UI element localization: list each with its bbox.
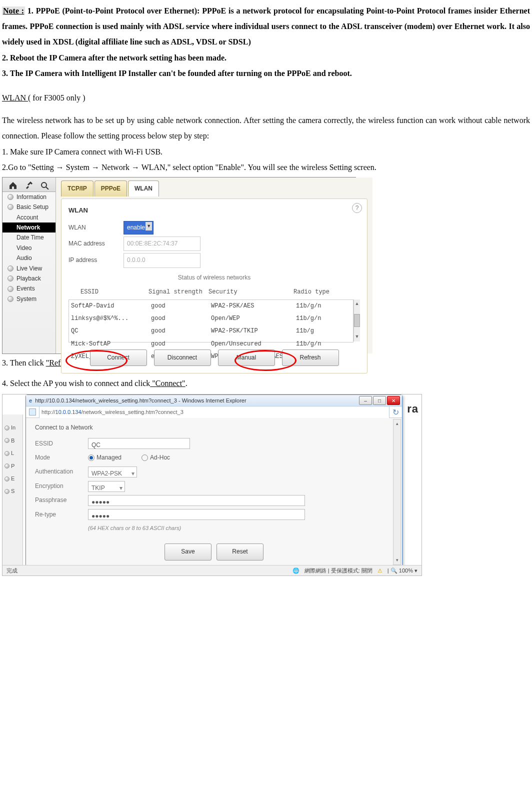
expand-icon [4, 426, 10, 430]
expand-icon [4, 451, 10, 456]
sidebar-item-audio[interactable]: Audio [2, 253, 56, 263]
note-label: Note : [2, 6, 25, 15]
refresh-addr-icon[interactable]: ↻ [392, 404, 399, 420]
wireless-status-title: Status of wireless networks [68, 272, 360, 284]
wlan-heading: WLAN ( for F3005 only ) [2, 90, 530, 106]
home-icon[interactable] [8, 180, 18, 190]
refresh-button[interactable]: Refresh [282, 350, 339, 366]
sidebar-item-video[interactable]: Video [2, 243, 56, 253]
sidebar-item-system[interactable]: System [2, 294, 56, 304]
background-sidebar: InBLPES [2, 414, 23, 566]
bg-sidebar-item: B [2, 434, 22, 447]
bg-sidebar-item: E [2, 472, 22, 485]
mode-managed-radio[interactable] [88, 454, 94, 461]
ip-value: 0.0.0.0 [124, 253, 200, 268]
network-row[interactable]: QCgoodWPA2-PSK/TKIP11b/g [69, 325, 353, 338]
status-done: 完成 [6, 566, 18, 576]
wlan-step-1: 1. Make sure IP Camera connect with Wi-F… [2, 144, 530, 160]
connect-form: ▴ ▾ Connect to a Network ESSID QC Mode M… [26, 418, 402, 566]
zoom-value[interactable]: 100% [399, 568, 413, 574]
sidebar-item-label: Live View [16, 265, 42, 272]
expand-icon [8, 194, 14, 200]
sidebar-item-playback[interactable]: Playback [2, 274, 56, 284]
scroll-down-icon[interactable]: ▾ [396, 556, 398, 565]
pass-label: Passphrase [35, 494, 88, 506]
mac-label: MAC address [68, 238, 124, 250]
help-icon[interactable]: ? [352, 203, 362, 213]
wireless-table-header: ESSID Signal strength Security Radio typ… [68, 286, 360, 299]
note-2: 2. Reboot the IP Camera after the networ… [2, 50, 530, 66]
scroll-thumb[interactable] [354, 314, 360, 327]
enc-select[interactable]: TKIP [88, 481, 125, 492]
scroll-down-icon[interactable]: ▼ [355, 332, 360, 342]
expand-icon [8, 286, 14, 292]
network-tabs: TCP/IP PPPoE WLAN [61, 180, 368, 196]
sidebar-item-label: Date Time [16, 234, 44, 241]
network-row[interactable]: SoftAP-DavidgoodWPA2-PSK/AES11b/g/n [69, 300, 353, 312]
sidebar-item-account[interactable]: Account [2, 212, 56, 222]
maximize-icon[interactable]: □ [373, 396, 386, 405]
address-input[interactable]: http://10.0.0.134/network_wireless_setti… [39, 406, 390, 418]
sidebar-item-date-time[interactable]: Date Time [2, 232, 56, 242]
expand-icon [4, 476, 10, 482]
security-icon: ⚠ [378, 566, 382, 576]
expand-icon [4, 438, 10, 443]
mode-adhoc-label: Ad-Hoc [150, 452, 170, 464]
expand-icon [8, 296, 14, 302]
save-button[interactable]: Save [164, 544, 212, 560]
bg-sidebar-item: P [2, 460, 22, 472]
expand-icon [8, 276, 14, 282]
retype-input[interactable]: ●●●●● [88, 509, 305, 520]
svg-point-0 [42, 182, 46, 188]
sidebar-item-information[interactable]: Information [2, 192, 56, 202]
note-1: Note : 1. PPPoE (Point-to-Point Protocol… [2, 3, 530, 50]
tab-tcpip[interactable]: TCP/IP [61, 180, 94, 196]
sidebar-item-label: System [16, 296, 36, 302]
wlan-panel: ? WLAN WLAN enable MAC address 00:0E:8E:… [61, 198, 368, 374]
enc-label: Encryption [35, 480, 88, 492]
manual-button[interactable]: Manual [218, 350, 275, 366]
expand-icon [4, 464, 10, 468]
sidebar-item-label: Video [16, 244, 32, 252]
sidebar-item-label: Playback [16, 275, 41, 282]
essid-input[interactable]: QC [88, 438, 190, 449]
reset-button[interactable]: Reset [216, 544, 264, 560]
ie-title-bar: e http://10.0.0.134/network_wireless_set… [26, 395, 402, 406]
tab-pppoe[interactable]: PPPoE [94, 180, 127, 196]
network-row[interactable]: linksys@#$%^%...goodOpen/WEP11b/g/n [69, 312, 353, 325]
close-icon[interactable]: ✕ [387, 396, 400, 405]
mode-adhoc-radio[interactable] [142, 454, 148, 461]
sidebar-item-label: Basic Setup [16, 204, 48, 210]
screenshot-wlan-settings: InformationBasic SetupAccountNetworkDate… [2, 177, 356, 354]
globe-icon: 🌐 [292, 566, 300, 576]
bg-sidebar-item: In [2, 422, 22, 434]
wlan-enable-select[interactable]: enable [124, 221, 154, 234]
sidebar-item-live-view[interactable]: Live View [2, 264, 56, 274]
sidebar-item-basic-setup[interactable]: Basic Setup [2, 202, 56, 212]
wireless-network-list[interactable]: SoftAP-DavidgoodWPA2-PSK/AES11b/g/nlinks… [68, 300, 354, 342]
minimize-icon[interactable]: – [359, 396, 372, 405]
dialog-scrollbar[interactable]: ▴ ▾ [393, 419, 401, 565]
auth-select[interactable]: WPA2-PSK [88, 466, 137, 478]
list-scrollbar[interactable]: ▲ ▼ [354, 300, 360, 342]
sidebar-item-events[interactable]: Events [2, 284, 56, 294]
screenshot-connect-dialog: ra InBLPES e http://10.0.0.134/network_w… [2, 394, 422, 576]
svg-line-1 [46, 187, 48, 190]
auth-label: Authentication [35, 466, 88, 478]
expand-icon [8, 204, 14, 210]
tools-icon[interactable] [24, 180, 34, 190]
scroll-up-icon[interactable]: ▴ [396, 420, 398, 428]
disconnect-button[interactable]: Disconnect [154, 350, 211, 366]
mac-value: 00:0E:8E:2C:74:37 [124, 236, 200, 251]
tab-wlan[interactable]: WLAN [128, 180, 159, 196]
sidebar-item-network[interactable]: Network [2, 222, 56, 232]
expand-icon [8, 266, 14, 272]
passphrase-input[interactable]: ●●●●● [88, 495, 305, 506]
scroll-up-icon[interactable]: ▲ [355, 300, 360, 308]
search-icon[interactable] [40, 180, 50, 190]
connect-button[interactable]: Connect [90, 350, 147, 366]
network-row[interactable]: Mick-SoftAPgoodOpen/Unsecured11b/g/n [69, 338, 353, 350]
sidebar-item-label: Audio [16, 254, 32, 262]
note-3: 3. The IP Camera with Intelligent IP Ins… [2, 66, 530, 81]
status-zone: 網際網路 | 受保護模式: 關閉 [304, 566, 372, 576]
